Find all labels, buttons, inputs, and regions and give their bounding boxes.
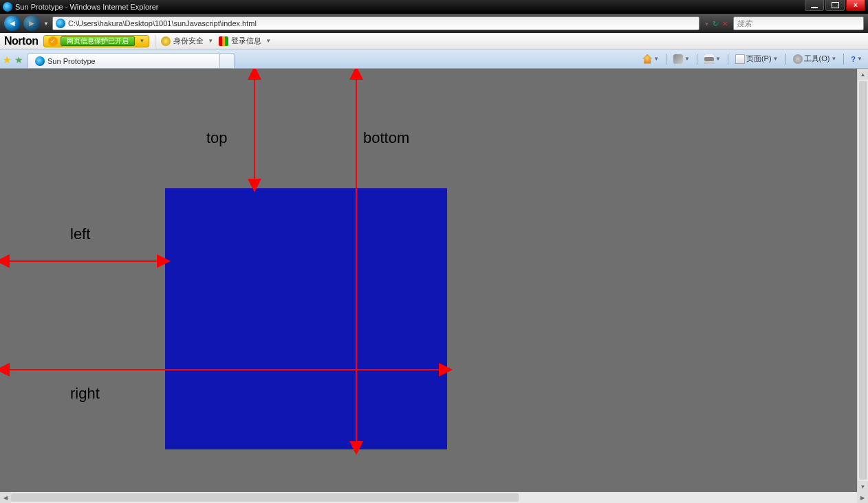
scroll-track[interactable] [11,492,857,503]
nav-bar: ◄ ► ▼ C:\Users\hakura\Desktop\1001\sunJa… [0,14,868,33]
new-tab-button[interactable] [219,53,235,68]
favorites-center-icon[interactable]: ★ [3,54,12,65]
feed-icon [673,54,683,64]
add-favorite-icon[interactable]: ★ [14,54,23,65]
norton-logo: Norton [4,35,38,47]
label-left: left [70,225,90,243]
separator [728,54,728,65]
favorites-buttons: ★ ★ [3,54,23,65]
scroll-thumb[interactable] [859,81,867,480]
command-bar: ▼ ▼ ▼ 页面(P)▼ 工具(O)▼ ?▼ [640,49,865,68]
gear-icon [793,54,803,64]
separator [843,54,844,65]
forward-button[interactable]: ► [23,16,40,31]
vertical-scrollbar[interactable]: ▲ ▼ [857,69,868,492]
close-button[interactable]: × [846,0,865,11]
ie-icon [3,2,12,12]
search-box[interactable]: 搜索 [733,16,864,30]
scroll-down-button[interactable]: ▼ [858,481,868,492]
chevron-down-icon: ▼ [208,38,213,44]
label-bottom: bottom [363,129,409,147]
feeds-button[interactable]: ▼ [671,53,693,65]
stop-button[interactable]: ✕ [722,20,728,27]
tab-strip: ★ ★ Sun Prototype ▼ ▼ ▼ 页面(P)▼ 工具(O)▼ ?▼ [0,49,868,69]
norton-status-text: 网页信息保护已开启 [61,36,135,46]
lock-icon [161,36,171,46]
page-menu[interactable]: 页面(P)▼ [733,52,781,65]
separator [666,54,666,65]
page-menu-label: 页面(P) [746,54,772,64]
scroll-thumb[interactable] [11,493,519,502]
window-titlebar: Sun Prototype - Windows Internet Explore… [0,0,868,14]
separator [155,35,155,47]
scroll-up-button[interactable]: ▲ [858,69,868,80]
label-top: top [206,129,228,147]
address-bar[interactable]: C:\Users\hakura\Desktop\1001\sunJavascri… [52,16,699,30]
home-icon [642,54,652,64]
search-placeholder: 搜索 [737,19,752,29]
tools-menu-label: 工具(O) [804,54,830,64]
nav-history-dropdown[interactable]: ▼ [43,16,50,31]
address-controls: ▾ ↻ ✕ [702,20,730,27]
page-type-icon [56,19,65,28]
window-title: Sun Prototype - Windows Internet Explore… [15,3,158,11]
login-info-label: 登录信息 [231,36,261,46]
label-right: right [70,385,100,403]
home-button[interactable]: ▼ [640,53,662,65]
tab-title: Sun Prototype [47,57,96,65]
back-button[interactable]: ◄ [4,16,21,31]
address-dropdown[interactable]: ▾ [705,20,708,27]
chevron-down-icon: ▼ [265,38,271,44]
demo-box [165,188,447,449]
address-text: C:\Users\hakura\Desktop\1001\sunJavascri… [68,19,696,27]
help-button[interactable]: ?▼ [848,54,865,65]
tools-menu[interactable]: 工具(O)▼ [790,52,840,65]
window-buttons: × [803,0,865,11]
maximize-button[interactable] [825,0,845,11]
identity-safe-label: 身份安全 [173,36,204,46]
scroll-right-button[interactable]: ▶ [857,492,868,503]
separator [697,54,697,65]
separator [785,54,786,65]
check-icon: ✓ [48,36,58,46]
login-info-menu[interactable]: 登录信息 ▼ [219,36,271,46]
norton-safe-badge[interactable]: ✓ 网页信息保护已开启 ▼ [43,35,149,47]
refresh-button[interactable]: ↻ [713,20,718,27]
scroll-left-button[interactable]: ◀ [0,492,11,503]
chevron-down-icon: ▼ [139,38,144,44]
print-icon [704,54,714,64]
norton-toolbar: Norton ✓ 网页信息保护已开启 ▼ 身份安全 ▼ 登录信息 ▼ [0,33,868,49]
page-icon [735,54,745,64]
page-icon [35,56,45,66]
horizontal-scrollbar[interactable]: ◀ ▶ [0,492,868,503]
page-viewport: top bottom left right ▲ ▼ [0,69,868,492]
minimize-button[interactable] [805,0,824,11]
card-icon [219,36,228,46]
identity-safe-menu[interactable]: 身份安全 ▼ [161,36,213,46]
print-button[interactable]: ▼ [702,53,724,65]
tab-active[interactable]: Sun Prototype [28,53,220,68]
